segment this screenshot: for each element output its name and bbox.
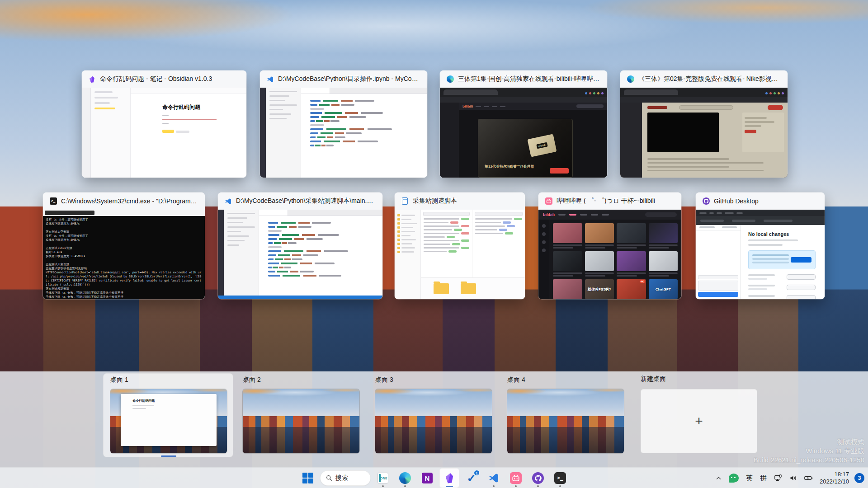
window-card-obsidian[interactable]: 命令行乱码问题 - 笔记 - Obsidian v1.0.3 命令行乱码问题 — [82, 70, 246, 178]
desktop-2-thumbnail[interactable] — [243, 389, 359, 453]
notification-center-badge[interactable]: 3 — [854, 473, 864, 483]
tray-wechat[interactable] — [726, 469, 742, 487]
nike-video-thumbnail[interactable] — [620, 88, 788, 178]
cmd-tab-bar — [43, 210, 205, 216]
obsidian-sidebar — [91, 88, 131, 178]
desktop-4-thumbnail[interactable] — [507, 389, 624, 453]
video-tile-title: ChatGPT — [656, 287, 671, 291]
taskbar-search[interactable]: 搜索 — [320, 470, 371, 486]
bilibili-top-nav: bilibili — [538, 210, 681, 220]
virtual-desktops-strip: 桌面 1 命令行乱码问题 桌面 2 桌面 3 桌面 4 新建桌面 + — [0, 371, 868, 467]
tray-date: 2022/12/10 — [820, 478, 849, 485]
window-header: 三体第1集-国创-高清独家在线观看-bilibili-哔哩哔哩... — [440, 70, 607, 88]
suggestion-button — [787, 295, 816, 299]
vscode-explorer — [266, 88, 301, 178]
cmd-output: 没有 ts 文件，源可能被禁用了 多线程下载速度为:0MB/s 正在测试太空资源… — [46, 218, 202, 298]
suggestion-button — [787, 285, 816, 290]
desktop-3-label: 桌面 3 — [375, 376, 393, 384]
quality-badge: 4K — [640, 280, 645, 283]
explorer-thumbnail[interactable] — [395, 210, 525, 299]
github-menu-bar — [696, 210, 825, 216]
edge-icon — [446, 75, 454, 83]
search-icon — [326, 475, 332, 481]
taskbar-app-terminal[interactable]: >_ — [550, 468, 570, 488]
window-card-github-desktop[interactable]: GitHub Desktop No local changes — [696, 192, 825, 299]
search-label: 搜索 — [335, 474, 348, 482]
vscode-ipynb-thumbnail[interactable] — [260, 88, 427, 178]
window-card-bilibili-video[interactable]: 三体第1集-国创-高清独家在线观看-bilibili-哔哩哔哩... bilib… — [440, 70, 607, 178]
tray-chevron-up[interactable] — [712, 469, 725, 487]
explorer-left-pane — [421, 210, 472, 277]
obsidian-thumbnail[interactable]: 命令行乱码问题 — [82, 88, 246, 178]
ime-mode-button[interactable]: 拼 — [757, 469, 770, 487]
bilibili-app-thumbnail[interactable]: bilibili 就你叫PS5啊? 4K ChatGPT — [538, 210, 681, 299]
vscode-editor — [301, 94, 427, 174]
push-origin-button — [791, 257, 811, 263]
bilibili-icon — [510, 472, 522, 484]
ime-language-button[interactable]: 英 — [743, 469, 756, 487]
edge-icon — [399, 472, 411, 484]
taskbar-app-todo[interactable]: ✓1 — [462, 468, 481, 488]
bilibili-side-rail — [538, 220, 549, 299]
cmd-icon: >_ — [49, 197, 57, 205]
obsidian-ribbon — [82, 88, 91, 178]
window-header: GitHub Desktop — [696, 192, 825, 210]
browser-tab-bar — [620, 88, 788, 97]
window-card-vscode-ipynb[interactable]: D:\MyCodeBase\Python\目录操作.ipynb - MyCode… — [260, 70, 427, 178]
video-player — [647, 113, 719, 152]
bilibili-page: bilibili CORE 第12代英特尔®酷睿™i7处理器 — [440, 103, 607, 178]
speaker-icon — [789, 474, 797, 482]
vscode-activity-bar — [218, 210, 224, 299]
bilibili-search — [645, 212, 677, 217]
network-button[interactable] — [771, 469, 785, 487]
wechat-icon — [729, 474, 739, 483]
terminal-icon: >_ — [554, 472, 566, 484]
window-header: 采集站测速脚本 — [395, 192, 525, 210]
new-desktop-button[interactable]: + — [641, 389, 757, 453]
browser-tab-bar — [440, 88, 607, 97]
taskbar-app-github[interactable] — [528, 468, 548, 488]
task-view-background: 命令行乱码问题 - 笔记 - Obsidian v1.0.3 命令行乱码问题 D… — [0, 0, 868, 488]
window-title: GitHub Desktop — [714, 197, 759, 205]
start-button[interactable] — [298, 468, 318, 488]
vscode-icon — [266, 75, 274, 83]
desktop-1-label: 桌面 1 — [110, 376, 128, 384]
cmd-thumbnail[interactable]: 没有 ts 文件，源可能被禁用了 多线程下载速度为:0MB/s 正在测试太空资源… — [43, 210, 205, 299]
github-icon — [702, 197, 710, 205]
bilibili-video-grid: 就你叫PS5啊? 4K ChatGPT — [553, 223, 678, 297]
github-main-panel: No local changes — [741, 225, 825, 299]
window-card-cmd[interactable]: >_ C:\Windows\System32\cmd.exe - "D:\Pro… — [43, 192, 205, 299]
window-card-explorer[interactable]: 采集站测速脚本 — [395, 192, 525, 299]
edge-icon — [627, 75, 634, 83]
suggestion-button — [787, 274, 816, 280]
taskbar-app-one-book[interactable]: ONE — [373, 468, 393, 488]
taskbar-app-vscode[interactable] — [484, 468, 504, 488]
tray-time: 18:17 — [834, 471, 849, 478]
window-card-nike-video[interactable]: 《三体》第02集-完整版免费在线观看- Nike影视网... — [620, 70, 788, 178]
bilibili-video-thumbnail[interactable]: bilibili CORE 第12代英特尔®酷睿™i7处理器 — [440, 88, 607, 178]
vscode-main-thumbnail[interactable] — [218, 210, 382, 299]
one-book-icon: ONE — [377, 473, 388, 483]
desktop-3-thumbnail[interactable] — [375, 389, 492, 453]
system-tray: 英 拼 18:17 2022/12/10 3 — [712, 468, 866, 488]
nike-page — [620, 103, 788, 178]
taskbar-app-onenote[interactable]: N — [417, 468, 437, 488]
taskbar-app-bilibili[interactable] — [506, 468, 526, 488]
browser-bookmarks-bar — [440, 97, 607, 103]
github-callout — [748, 250, 816, 269]
window-title: 三体第1集-国创-高清独家在线观看-bilibili-哔哩哔哩... — [458, 75, 601, 83]
battery-button[interactable] — [801, 469, 816, 487]
window-title: 《三体》第02集-完整版免费在线观看- Nike影视网... — [638, 75, 781, 83]
obsidian-note: 命令行乱码问题 — [131, 88, 246, 178]
video-player: CORE 第12代英特尔®酷睿™i7处理器 — [478, 119, 573, 178]
github-desktop-thumbnail[interactable]: No local changes — [696, 210, 825, 299]
window-card-bilibili-app[interactable]: 哔哩哔哩 ( ゜- ゜)つロ 干杯~-bilibili bilibili 就你叫… — [538, 192, 681, 299]
taskbar-app-obsidian[interactable] — [439, 468, 459, 488]
browser-bookmarks-bar — [620, 97, 788, 103]
clock[interactable]: 18:17 2022/12/10 — [817, 469, 852, 487]
volume-button[interactable] — [786, 469, 800, 487]
desktop-1-thumbnail[interactable]: 命令行乱码问题 — [110, 389, 227, 453]
window-card-vscode-main[interactable]: D:\MyCodeBase\Python\采集站测速脚本\main.py... — [218, 192, 382, 299]
video-caption: 第12代英特尔®酷睿™i7处理器 — [485, 164, 534, 169]
taskbar-app-edge[interactable] — [395, 468, 415, 488]
